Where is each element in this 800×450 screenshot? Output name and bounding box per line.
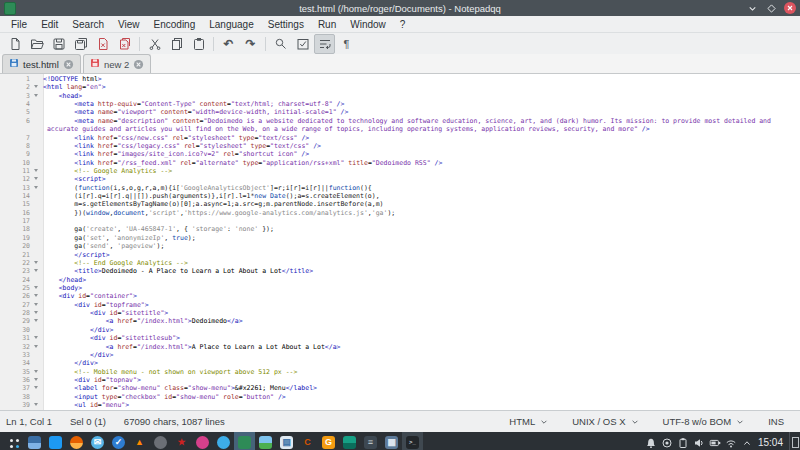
language-selector[interactable]: HTML bbox=[509, 416, 548, 427]
tab-new-2[interactable]: new 2 bbox=[83, 54, 151, 73]
line-number[interactable]: 32 bbox=[0, 343, 30, 351]
fold-marker[interactable] bbox=[30, 401, 43, 409]
line-number[interactable]: 10 bbox=[0, 159, 30, 167]
show-symbols-button[interactable]: ¶ bbox=[336, 34, 357, 54]
tray-expand-icon[interactable] bbox=[740, 432, 754, 450]
code-line[interactable]: 19 ga('set', 'anonymizeIp', true); bbox=[0, 234, 800, 242]
code-line[interactable]: 24 </head> bbox=[0, 276, 800, 284]
code-line[interactable]: 15 m=s.getElementsByTagName(o)[0];a.asyn… bbox=[0, 200, 800, 208]
maximize-button[interactable] bbox=[765, 2, 778, 15]
fold-marker[interactable] bbox=[30, 376, 43, 384]
menu-view[interactable]: View bbox=[111, 17, 147, 32]
fold-marker[interactable] bbox=[30, 317, 43, 325]
line-number[interactable]: 8 bbox=[0, 142, 30, 150]
replace-button[interactable] bbox=[292, 34, 313, 54]
code-line[interactable]: 39 <ul id="menu"> bbox=[0, 401, 800, 409]
code-line[interactable]: 18 ga('create', 'UA-465847-1', { 'storag… bbox=[0, 225, 800, 233]
fold-marker[interactable] bbox=[30, 267, 43, 275]
code-line[interactable]: 3 <head> bbox=[0, 92, 800, 100]
code-line[interactable]: 4 <meta http-equiv="Content-Type" conten… bbox=[0, 100, 800, 108]
redo-button[interactable]: ↷ bbox=[240, 34, 261, 54]
copy-button[interactable] bbox=[166, 34, 187, 54]
code-line[interactable]: 30 </div> bbox=[0, 326, 800, 334]
line-number[interactable]: 19 bbox=[0, 234, 30, 242]
code-line[interactable]: 25 <body> bbox=[0, 284, 800, 292]
line-number[interactable]: 24 bbox=[0, 276, 30, 284]
close-button[interactable] bbox=[92, 34, 113, 54]
paste-button[interactable] bbox=[188, 34, 209, 54]
code-line[interactable]: 13 (function(i,s,o,g,r,a,m){i['GoogleAna… bbox=[0, 184, 800, 192]
battery-icon[interactable] bbox=[708, 432, 722, 450]
app-launcher-icon[interactable] bbox=[3, 432, 24, 450]
code-line[interactable]: 1<!DOCTYPE html> bbox=[0, 75, 800, 83]
undo-button[interactable]: ↶ bbox=[218, 34, 239, 54]
code-line[interactable]: 26 <div id="container"> bbox=[0, 292, 800, 300]
line-number[interactable]: 36 bbox=[0, 376, 30, 384]
g-app-icon[interactable]: G bbox=[318, 432, 339, 450]
fold-marker[interactable] bbox=[30, 284, 43, 292]
line-number[interactable]: 7 bbox=[0, 134, 30, 142]
chat-icon[interactable]: ✓ bbox=[108, 432, 129, 450]
fold-marker[interactable] bbox=[30, 309, 43, 317]
code-editor[interactable]: 1<!DOCTYPE html>2<html lang="en">3 <head… bbox=[0, 74, 800, 410]
c-app-icon[interactable]: C bbox=[297, 432, 318, 450]
terminal-icon[interactable]: >_ bbox=[402, 432, 423, 450]
display-settings-icon[interactable] bbox=[24, 432, 45, 450]
documents-icon[interactable]: ▤ bbox=[276, 432, 297, 450]
globe-icon[interactable] bbox=[213, 432, 234, 450]
fold-marker[interactable] bbox=[30, 334, 43, 342]
menu-settings[interactable]: Settings bbox=[261, 17, 311, 32]
line-number[interactable]: 2 bbox=[0, 83, 30, 91]
line-number[interactable]: 12 bbox=[0, 175, 30, 183]
show-desktop-button[interactable] bbox=[789, 432, 800, 450]
code-line[interactable]: 31 <div id="sitetitlesub"> bbox=[0, 334, 800, 342]
line-number[interactable]: 30 bbox=[0, 326, 30, 334]
fold-marker[interactable] bbox=[30, 184, 43, 192]
clock[interactable]: 15:04 bbox=[758, 437, 783, 448]
code-line[interactable]: 35 <!-- Mobile menu - not shown on viewp… bbox=[0, 368, 800, 376]
line-number[interactable]: 16 bbox=[0, 209, 30, 217]
line-number[interactable]: 39 bbox=[0, 401, 30, 409]
notepadqq-icon[interactable] bbox=[234, 432, 255, 450]
code-line[interactable]: 22 <!-- End Google Analytics --> bbox=[0, 259, 800, 267]
wifi-icon[interactable] bbox=[724, 432, 738, 450]
menu-language[interactable]: Language bbox=[202, 17, 261, 32]
line-number[interactable]: 22 bbox=[0, 259, 30, 267]
code-line[interactable]: 14 (i[r].q=i[r].q||[]).push(arguments)},… bbox=[0, 192, 800, 200]
line-number[interactable]: 26 bbox=[0, 292, 30, 300]
code-line[interactable]: 38 <input type="checkbox" id="show-menu"… bbox=[0, 393, 800, 401]
music-icon[interactable] bbox=[192, 432, 213, 450]
calculator-icon[interactable]: ▦ bbox=[381, 432, 402, 450]
record-icon[interactable] bbox=[660, 432, 674, 450]
code-line[interactable]: 8 <link href="css/legacy.css" rel="style… bbox=[0, 142, 800, 150]
minimize-button[interactable] bbox=[746, 2, 759, 15]
fold-marker[interactable] bbox=[30, 292, 43, 300]
fold-marker[interactable] bbox=[30, 301, 43, 309]
code-line[interactable]: 37 <label for="show-menu" class="show-me… bbox=[0, 384, 800, 392]
line-number[interactable]: 35 bbox=[0, 368, 30, 376]
vlc-icon[interactable]: ▲ bbox=[129, 432, 150, 450]
menu-window[interactable]: Window bbox=[343, 17, 393, 32]
code-line[interactable]: 36 <div id="topnav"> bbox=[0, 376, 800, 384]
volume-icon[interactable] bbox=[692, 432, 706, 450]
code-line[interactable]: 17 bbox=[0, 217, 800, 225]
code-line[interactable]: 23 <title>Dedoimedo - A Place to Learn a… bbox=[0, 267, 800, 275]
line-number[interactable]: 20 bbox=[0, 242, 30, 250]
tab-close-icon[interactable] bbox=[133, 59, 144, 70]
code-line[interactable]: 21 </script> bbox=[0, 251, 800, 259]
titlebar[interactable]: test.html (/home/roger/Documents) - Note… bbox=[0, 0, 800, 16]
code-line[interactable]: 16 })(window,document,'script','https://… bbox=[0, 209, 800, 217]
line-number[interactable]: 4 bbox=[0, 100, 30, 108]
line-number[interactable]: 1 bbox=[0, 75, 30, 83]
line-number[interactable]: 17 bbox=[0, 217, 30, 225]
line-number[interactable]: 29 bbox=[0, 317, 30, 325]
tab-test-html[interactable]: test.html bbox=[2, 54, 81, 73]
line-number[interactable] bbox=[0, 125, 30, 133]
code-line[interactable]: 27 <div id="topframe"> bbox=[0, 301, 800, 309]
cut-button[interactable] bbox=[144, 34, 165, 54]
line-number[interactable]: 27 bbox=[0, 301, 30, 309]
menu-encoding[interactable]: Encoding bbox=[147, 17, 203, 32]
encoding-selector[interactable]: UTF-8 w/o BOM bbox=[663, 416, 745, 427]
panel-settings-icon[interactable]: ≡ bbox=[360, 432, 381, 450]
new-file-button[interactable] bbox=[4, 34, 25, 54]
